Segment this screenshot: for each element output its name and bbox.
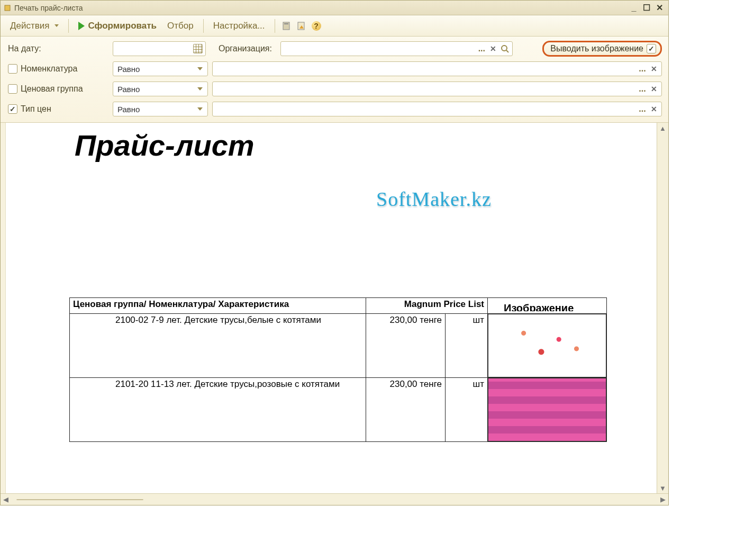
- table-row: 2100-02 7-9 лет. Детские трусы,белые с к…: [70, 314, 607, 378]
- show-image-checkbox[interactable]: [647, 44, 656, 53]
- filter-value-input[interactable]: ... ✕: [212, 102, 662, 116]
- filter-op-combo[interactable]: Равно: [113, 102, 208, 116]
- org-label: Организация:: [219, 44, 276, 53]
- show-image-toggle[interactable]: Выводить изображение: [542, 41, 662, 57]
- selection-button[interactable]: Отбор: [163, 19, 198, 33]
- scroll-down-icon[interactable]: ▼: [657, 483, 668, 493]
- svg-line-5: [506, 50, 508, 52]
- filter-row: Номенклатура Равно ... ✕: [8, 61, 662, 77]
- help-button[interactable]: ?: [310, 20, 323, 32]
- choose-icon[interactable]: ...: [637, 63, 648, 75]
- svg-rect-2: [284, 23, 288, 24]
- report-table: Ценовая группа/ Номенклатура/ Характерис…: [69, 297, 607, 442]
- filter-op-combo[interactable]: Равно: [113, 82, 208, 96]
- titlebar: Печать прайс-листа _ ☐ ✕: [1, 1, 668, 15]
- col-header-image: Изображение: [488, 298, 607, 314]
- filter-row: Тип цен Равно ... ✕: [8, 101, 662, 117]
- svg-rect-0: [5, 5, 10, 11]
- filters-panel: На дату: Организация: ... ✕ Выводить изо…: [1, 37, 668, 122]
- table-row: 2101-20 11-13 лет. Детские трусы,розовые…: [70, 378, 607, 442]
- item-price: 230,00 тенге: [366, 378, 446, 442]
- report-sheet[interactable]: Прайс-лист SoftMaker.kz Ценовая группа/ …: [6, 123, 657, 493]
- report-area: Прайс-лист SoftMaker.kz Ценовая группа/ …: [1, 122, 668, 505]
- choose-icon[interactable]: ...: [637, 103, 648, 115]
- col-header-price: Magnum Price List: [366, 298, 488, 314]
- toolbar: Действия Сформировать Отбор Настройка...…: [1, 15, 668, 37]
- svg-point-4: [502, 46, 507, 51]
- item-name: 2100-02 7-9 лет. Детские трусы,белые с к…: [73, 315, 362, 326]
- org-choose-icon[interactable]: ...: [476, 43, 487, 55]
- play-icon: [78, 22, 85, 30]
- filter-checkbox[interactable]: [8, 84, 17, 94]
- date-label: На дату:: [8, 44, 108, 53]
- chevron-down-icon: [197, 67, 203, 70]
- toolbar-icon-2[interactable]: [295, 20, 308, 32]
- close-button[interactable]: ✕: [653, 3, 665, 13]
- settings-button[interactable]: Настройка...: [209, 19, 269, 33]
- left-gutter: [1, 123, 6, 493]
- item-unit: шт: [446, 314, 488, 378]
- maximize-button[interactable]: ☐: [641, 3, 652, 13]
- item-image: [488, 314, 607, 378]
- scroll-thumb[interactable]: [16, 499, 143, 500]
- calendar-icon[interactable]: [192, 43, 204, 55]
- actions-menu[interactable]: Действия: [6, 19, 63, 33]
- org-clear-icon[interactable]: ✕: [487, 43, 499, 55]
- filter-label: Ценовая группа: [21, 84, 83, 94]
- filter-label: Номенклатура: [21, 64, 77, 74]
- filter-value-input[interactable]: ... ✕: [212, 82, 662, 96]
- filter-label: Тип цен: [21, 104, 51, 114]
- item-name: 2101-20 11-13 лет. Детские трусы,розовые…: [73, 379, 362, 390]
- watermark: SoftMaker.kz: [376, 187, 492, 211]
- horizontal-scrollbar[interactable]: ◀ ▶: [1, 493, 668, 505]
- scroll-up-icon[interactable]: ▲: [657, 123, 668, 133]
- filter-checkbox[interactable]: [8, 64, 17, 74]
- filter-row: Ценовая группа Равно ... ✕: [8, 81, 662, 97]
- window-title: Печать прайс-листа: [14, 4, 83, 12]
- chevron-down-icon: [197, 107, 203, 111]
- clear-icon[interactable]: ✕: [648, 83, 660, 95]
- app-icon: [4, 4, 11, 12]
- org-input[interactable]: ... ✕: [280, 41, 513, 56]
- scroll-left-icon[interactable]: ◀: [1, 494, 11, 505]
- filter-value-input[interactable]: ... ✕: [212, 61, 662, 76]
- date-input[interactable]: [113, 41, 206, 56]
- item-price: 230,00 тенге: [366, 314, 446, 378]
- chevron-down-icon: [197, 87, 203, 91]
- filter-op-combo[interactable]: Равно: [113, 61, 208, 76]
- report-title: Прайс-лист: [75, 128, 255, 162]
- show-image-label: Выводить изображение: [550, 44, 643, 53]
- item-unit: шт: [446, 378, 488, 442]
- clear-icon[interactable]: ✕: [648, 103, 660, 115]
- col-header-name: Ценовая группа/ Номенклатура/ Характерис…: [70, 298, 366, 314]
- clear-icon[interactable]: ✕: [648, 63, 660, 75]
- chevron-down-icon: [54, 24, 59, 27]
- minimize-button[interactable]: _: [628, 3, 640, 13]
- vertical-scrollbar[interactable]: ▲ ▼: [657, 123, 668, 493]
- filter-checkbox[interactable]: [8, 104, 17, 114]
- help-icon: ?: [312, 21, 321, 31]
- generate-button[interactable]: Сформировать: [74, 19, 161, 33]
- item-image: [488, 378, 607, 442]
- scroll-right-icon[interactable]: ▶: [658, 494, 668, 505]
- choose-icon[interactable]: ...: [637, 83, 648, 95]
- org-search-icon[interactable]: [499, 43, 511, 55]
- toolbar-icon-1[interactable]: [280, 20, 293, 32]
